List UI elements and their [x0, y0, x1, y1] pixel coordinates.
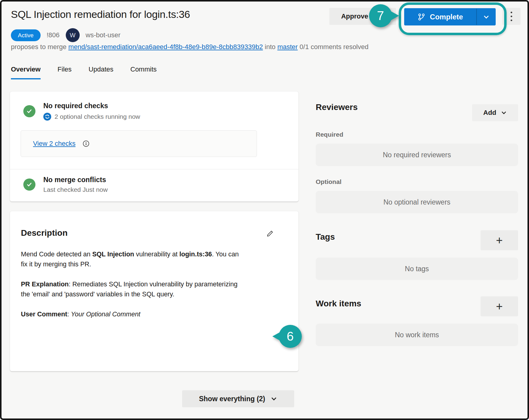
pr-tab-bar: Overview Files Updates Commits [11, 65, 157, 79]
add-reviewer-label: Add [483, 109, 496, 117]
desc-text: : [67, 311, 71, 318]
complete-button-main[interactable]: Complete [404, 8, 476, 25]
tags-empty-state: No tags [316, 258, 518, 280]
checks-card: No required checks 2 optional checks run… [10, 92, 298, 202]
optional-reviewers-label: Optional [316, 178, 341, 185]
description-paragraph: PR Explanation: Remediates SQL Injection… [21, 279, 245, 299]
svg-text:7: 7 [377, 8, 384, 23]
show-everything-button[interactable]: Show everything (2) [182, 390, 294, 407]
desc-text: Mend Code detected an [21, 251, 92, 258]
desc-text-bold: SQL Injection [92, 251, 134, 258]
plus-icon: + [496, 300, 503, 313]
reviewers-heading: Reviewers [316, 102, 358, 112]
status-badge: Active [11, 29, 41, 41]
chevron-down-icon [483, 14, 490, 20]
desc-text: vulnerability at [134, 251, 179, 258]
required-reviewers-empty-state: No required reviewers [316, 144, 518, 166]
add-tag-button[interactable]: + [481, 230, 518, 250]
description-body: Mend Code detected an SQL Injection vuln… [21, 249, 245, 329]
merge-conflicts-row: No merge conflicts Last checked Just now [23, 176, 108, 193]
work-items-empty-state: No work items [316, 324, 518, 346]
pull-request-merge-icon [418, 13, 425, 21]
add-reviewer-button[interactable]: Add [472, 104, 518, 121]
merge-middle: into [265, 43, 275, 51]
desc-text-bold: User Comment [21, 311, 67, 318]
page-title: SQL Injection remediation for login.ts:3… [11, 8, 190, 20]
description-card: Description Mend Code detected an SQL In… [10, 211, 298, 371]
comments-resolved-count: 0/1 comments resolved [300, 43, 368, 51]
pr-number: !806 [47, 31, 60, 39]
required-reviewers-empty-text: No required reviewers [383, 151, 451, 159]
merge-summary: proposes to merge mend/sast-remediation/… [11, 43, 368, 51]
kebab-menu-icon [510, 11, 513, 22]
required-checks-row: No required checks 2 optional checks run… [23, 102, 140, 121]
chevron-down-icon [271, 395, 277, 402]
more-options-button[interactable] [502, 8, 521, 25]
work-items-empty-text: No work items [395, 331, 439, 339]
show-everything-label: Show everything (2) [199, 395, 265, 403]
avatar: W [66, 28, 80, 42]
tab-updates[interactable]: Updates [88, 65, 113, 79]
plus-icon: + [496, 234, 503, 247]
work-items-heading: Work items [316, 299, 361, 308]
required-checks-title: No required checks [43, 102, 140, 110]
complete-button-label: Complete [430, 13, 463, 21]
svg-text:6: 6 [287, 329, 294, 343]
required-reviewers-label: Required [316, 131, 343, 138]
tab-overview[interactable]: Overview [11, 65, 41, 79]
add-work-item-button[interactable]: + [481, 296, 518, 316]
author-name: ws-bot-user [86, 31, 121, 39]
target-branch-link[interactable]: master [277, 43, 298, 51]
pr-meta-row: Active !806 W ws-bot-user [11, 28, 121, 42]
merge-prefix: proposes to merge [11, 43, 66, 51]
optional-checks-status: 2 optional checks running now [55, 113, 140, 120]
complete-button[interactable]: Complete [404, 8, 496, 25]
complete-dropdown-button[interactable] [477, 8, 496, 25]
sync-running-icon [43, 113, 51, 121]
optional-reviewers-empty-state: No optional reviewers [316, 191, 518, 213]
tab-commits[interactable]: Commits [130, 65, 157, 79]
chevron-down-icon [501, 110, 507, 116]
annotation-pin-6: 6 [271, 324, 302, 348]
success-check-icon [23, 105, 35, 117]
description-paragraph: Mend Code detected an SQL Injection vuln… [21, 249, 245, 269]
tags-empty-text: No tags [405, 265, 429, 273]
view-checks-panel: View 2 checks [21, 130, 257, 157]
success-check-icon [23, 178, 35, 191]
merge-conflicts-status: Last checked Just now [43, 186, 108, 193]
info-icon[interactable] [83, 140, 89, 147]
optional-reviewers-empty-text: No optional reviewers [383, 198, 450, 206]
desc-text-bold: PR Explanation [21, 281, 69, 288]
tab-files[interactable]: Files [58, 65, 72, 79]
view-checks-link[interactable]: View 2 checks [33, 140, 75, 148]
pencil-icon [266, 230, 274, 238]
edit-description-button[interactable] [263, 227, 277, 240]
tags-heading: Tags [316, 232, 335, 242]
source-branch-link[interactable]: mend/sast-remediation/aca6aeed-4f8b-48e9… [68, 43, 263, 51]
description-paragraph: User Comment: Your Optional Comment [21, 309, 245, 319]
annotation-pin-7: 7 [369, 4, 400, 28]
description-title: Description [21, 228, 68, 238]
desc-text-italic: Your Optional Comment [71, 311, 140, 318]
desc-text-bold: login.ts:36 [179, 251, 212, 258]
card-divider [10, 169, 298, 169]
merge-conflicts-title: No merge conflicts [43, 176, 108, 184]
